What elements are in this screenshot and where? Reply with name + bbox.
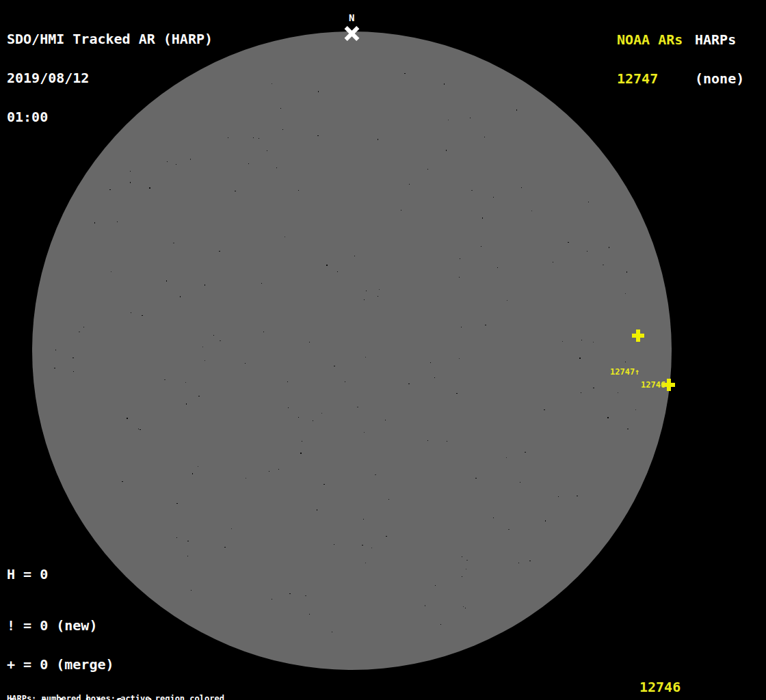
north-label: N [349,13,354,23]
harp-count: H = 0 [7,568,48,581]
noaa-ars-header: NOAA ARs [617,33,683,46]
date-label: 2019/08/12 [7,72,213,85]
bottom-right-ar-label: 12746 [639,680,681,694]
page-title: SDO/HMI Tracked AR (HARP) [7,33,213,46]
harps-value: (none) [695,72,744,85]
footnote-harps: HARPs: numbered boxes; active region col… [7,695,293,700]
harps-column: HARPs (none) [695,8,744,111]
footnotes: HARPs: numbered boxes; active region col… [7,678,293,700]
cross-bar [667,379,671,391]
noaa-ars-column: NOAA ARs 12747 [617,8,683,111]
solar-tracking-view: SDO/HMI Tracked AR (HARP) 2019/08/12 01:… [0,0,766,700]
north-pole-x-icon [344,25,360,41]
ar-label-12746: 12746 [641,380,665,390]
harps-header: HARPs [695,33,744,46]
cross-bar [636,329,640,342]
counter-row-merge: + = 0 (merge) [7,658,163,671]
noaa-ar-number: 12747 [617,72,683,85]
header-block: SDO/HMI Tracked AR (HARP) 2019/08/12 01:… [7,7,213,150]
counter-row-new: ! = 0 (new) [7,619,163,632]
time-label: 01:00 [7,111,213,124]
noaa-ar-cross-icon-12747 [632,329,644,342]
ar-label-12747: 12747↑ [610,367,639,377]
